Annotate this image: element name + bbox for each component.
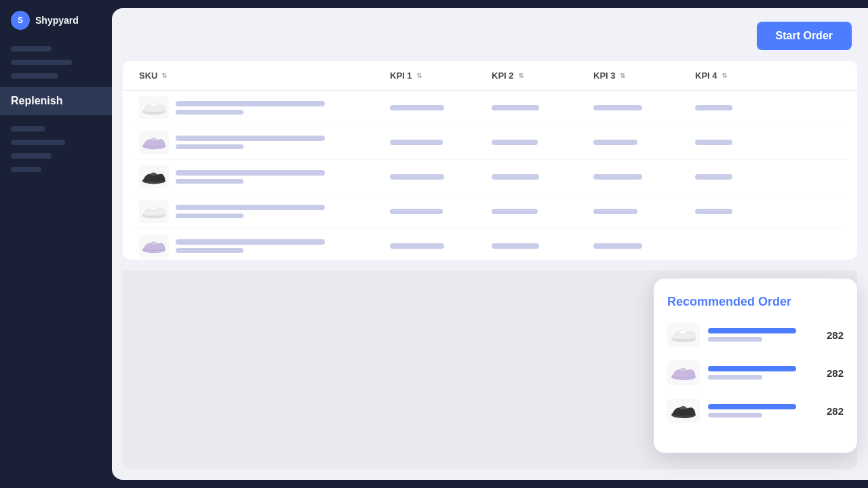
sku-detail-bar: [176, 179, 243, 184]
sidebar-skeleton-7: [11, 167, 41, 172]
sku-name-bar: [176, 136, 325, 141]
kpi4-cell: [695, 174, 797, 180]
popup-quantity: 282: [827, 405, 844, 417]
kpi4-cell: [695, 243, 797, 249]
sku-detail-bar: [176, 144, 243, 149]
sidebar-item-replenish[interactable]: Replenish: [0, 87, 112, 115]
popup-item-info: [708, 404, 818, 418]
kpi3-bar: [593, 209, 637, 214]
kpi4-bar: [695, 140, 732, 145]
shoe-thumbnail: [139, 235, 169, 258]
shoe-thumbnail: [139, 165, 169, 188]
kpi1-sort-icon[interactable]: ⇅: [416, 72, 422, 79]
sidebar-skeleton-6: [11, 153, 52, 159]
sku-name-bar: [176, 205, 325, 210]
kpi4-bar: [695, 174, 732, 180]
recommended-order-popup: Recommended Order 282: [654, 279, 857, 453]
kpi4-cell: [695, 209, 797, 214]
sku-name-bar: [176, 170, 325, 176]
kpi2-cell: [492, 140, 593, 145]
shoe-thumbnail: [139, 131, 169, 154]
kpi4-cell: [695, 140, 797, 145]
kpi3-cell: [593, 140, 695, 145]
kpi1-bar: [390, 243, 444, 249]
table-header: SKU ⇅ KPI 1 ⇅ KPI 2 ⇅ KPI 3 ⇅ KPI 4 ⇅: [123, 61, 857, 91]
popup-sku-detail-bar: [708, 337, 762, 342]
kpi1-bar: [390, 105, 444, 110]
popup-quantity: 282: [827, 329, 844, 341]
popup-item: 282: [667, 399, 844, 423]
sku-name-bar: [176, 101, 325, 106]
col-sku: SKU ⇅: [134, 61, 384, 90]
kpi3-bar: [593, 243, 642, 249]
sku-lines: [176, 205, 325, 218]
kpi2-bar: [492, 243, 539, 249]
popup-quantity: 282: [827, 367, 844, 379]
sidebar-skeleton-1: [11, 46, 52, 52]
kpi4-sort-icon[interactable]: ⇅: [722, 72, 727, 79]
kpi3-cell: [593, 243, 695, 249]
popup-sku-detail-bar: [708, 413, 762, 418]
popup-item-info: [708, 366, 818, 380]
kpi1-cell: [390, 243, 492, 249]
kpi2-sort-icon[interactable]: ⇅: [518, 72, 524, 79]
kpi2-bar: [492, 105, 539, 110]
popup-shoe-thumbnail: [667, 361, 700, 385]
table-row: [134, 229, 846, 260]
sidebar-items: [0, 126, 112, 172]
main-content: Start Order SKU ⇅ KPI 1 ⇅ KPI 2 ⇅ KPI 3 …: [112, 8, 868, 480]
sidebar-logo: S Shypyard: [0, 11, 112, 46]
kpi2-cell: [492, 174, 593, 180]
kpi3-cell: [593, 209, 695, 214]
kpi2-bar: [492, 209, 538, 214]
popup-sku-name-bar: [708, 366, 796, 371]
sku-lines: [176, 239, 325, 253]
kpi2-bar: [492, 140, 538, 145]
sku-cell: [139, 235, 390, 258]
kpi3-bar: [593, 105, 642, 110]
kpi1-bar: [390, 140, 443, 145]
shoe-thumbnail: [139, 96, 169, 119]
table-row: [134, 125, 846, 160]
sku-lines: [176, 170, 325, 184]
col-kpi1: KPI 1 ⇅: [384, 61, 486, 90]
sku-name-bar: [176, 239, 325, 245]
sku-sort-icon[interactable]: ⇅: [161, 72, 167, 79]
sku-detail-bar: [176, 248, 243, 253]
kpi3-sort-icon[interactable]: ⇅: [620, 72, 625, 79]
kpi3-bar: [593, 174, 642, 180]
kpi2-bar: [492, 174, 539, 180]
popup-item-info: [708, 328, 818, 342]
kpi3-cell: [593, 105, 695, 110]
popup-item: 282: [667, 361, 844, 385]
popup-title: Recommended Order: [667, 295, 844, 309]
sidebar-skeleton-5: [11, 140, 65, 145]
popup-sku-name-bar: [708, 328, 796, 333]
main-header: Start Order: [112, 8, 868, 61]
sku-cell: [139, 96, 390, 119]
sidebar: S Shypyard Replenish: [0, 0, 112, 488]
app-name: Shypyard: [35, 15, 79, 26]
kpi1-bar: [390, 174, 444, 180]
kpi4-bar: [695, 209, 732, 214]
table-row: [134, 160, 846, 195]
col-kpi3: KPI 3 ⇅: [588, 61, 690, 90]
table-body: [123, 91, 857, 260]
data-table: SKU ⇅ KPI 1 ⇅ KPI 2 ⇅ KPI 3 ⇅ KPI 4 ⇅: [123, 61, 857, 260]
col-kpi2: KPI 2 ⇅: [486, 61, 588, 90]
kpi2-cell: [492, 209, 593, 214]
sku-lines: [176, 101, 325, 115]
kpi4-cell: [695, 105, 797, 110]
kpi4-bar: [695, 105, 732, 110]
sku-cell: [139, 200, 390, 223]
kpi1-bar: [390, 209, 443, 214]
popup-item: 282: [667, 323, 844, 347]
table-row: [134, 195, 846, 229]
kpi2-cell: [492, 105, 593, 110]
popup-shoe-thumbnail: [667, 399, 700, 423]
sku-cell: [139, 165, 390, 188]
sku-detail-bar: [176, 110, 243, 115]
popup-sku-name-bar: [708, 404, 796, 409]
start-order-button[interactable]: Start Order: [757, 22, 852, 50]
shoe-thumbnail: [139, 200, 169, 223]
